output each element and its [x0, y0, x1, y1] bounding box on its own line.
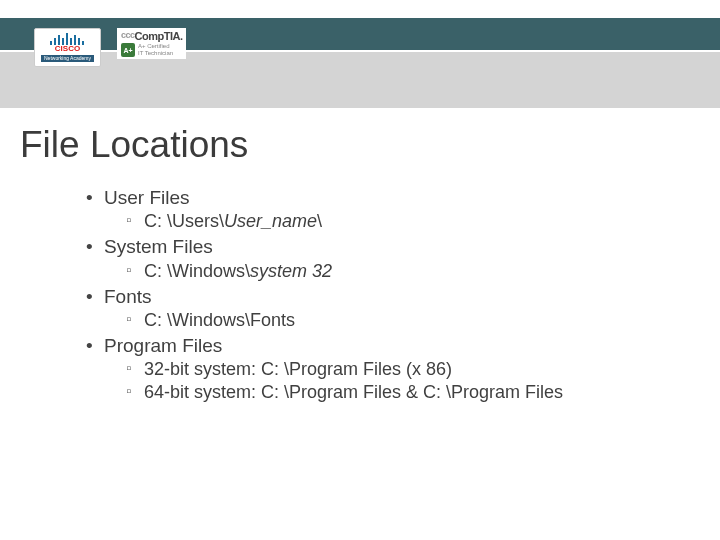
cisco-brand-text: CISCO	[55, 45, 80, 53]
sub-list: C: \Windows\Fonts	[104, 309, 690, 332]
list-item-label: User Files	[104, 187, 190, 208]
logo-row: CISCO Networking Academy cccCompTIA. A+ …	[34, 28, 186, 67]
aplus-cert-line1: A+ Certified	[138, 43, 173, 50]
list-item-label: Program Files	[104, 335, 222, 356]
cisco-sub-text: Networking Academy	[41, 55, 94, 62]
content-area: User Files C: \Users\User_name\ System F…	[44, 186, 690, 406]
list-item: Program Files 32-bit system: C: \Program…	[84, 334, 690, 404]
cisco-logo: CISCO Networking Academy	[34, 28, 101, 67]
comptia-prefix: ccc	[121, 30, 135, 40]
header-bar: CISCO Networking Academy cccCompTIA. A+ …	[0, 0, 720, 112]
path-plain: C: \Users\	[144, 211, 224, 231]
comptia-cert-row: A+ A+ Certified IT Technician	[121, 43, 173, 57]
path-plain: 32-bit system: C: \Program Files (x 86)	[144, 359, 452, 379]
bullet-list: User Files C: \Users\User_name\ System F…	[44, 186, 690, 404]
comptia-brand-text: cccCompTIA.	[121, 30, 182, 42]
comptia-logo: cccCompTIA. A+ A+ Certified IT Technicia…	[117, 28, 186, 59]
aplus-cert-line2: IT Technician	[138, 50, 173, 57]
page-title: File Locations	[20, 124, 248, 166]
path-plain: C: \Windows\	[144, 261, 250, 281]
path-italic: system 32	[250, 261, 332, 281]
aplus-badge-icon: A+	[121, 43, 135, 57]
list-item-label: Fonts	[104, 286, 152, 307]
list-item: Fonts C: \Windows\Fonts	[84, 285, 690, 332]
path-italic: User_name	[224, 211, 317, 231]
sub-list-item: C: \Windows\Fonts	[104, 309, 690, 332]
aplus-cert-text: A+ Certified IT Technician	[138, 43, 173, 56]
sub-list-item: C: \Users\User_name\	[104, 210, 690, 233]
slide: CISCO Networking Academy cccCompTIA. A+ …	[0, 0, 720, 540]
sub-list-item: C: \Windows\system 32	[104, 260, 690, 283]
sub-list-item: 32-bit system: C: \Program Files (x 86)	[104, 358, 690, 381]
path-suffix: \	[317, 211, 322, 231]
sub-list: C: \Windows\system 32	[104, 260, 690, 283]
list-item-label: System Files	[104, 236, 213, 257]
path-plain: 64-bit system: C: \Program Files & C: \P…	[144, 382, 563, 402]
sub-list: 32-bit system: C: \Program Files (x 86) …	[104, 358, 690, 404]
sub-list-item: 64-bit system: C: \Program Files & C: \P…	[104, 381, 690, 404]
list-item: User Files C: \Users\User_name\	[84, 186, 690, 233]
path-plain: C: \Windows\Fonts	[144, 310, 295, 330]
sub-list: C: \Users\User_name\	[104, 210, 690, 233]
comptia-brand: CompTIA.	[135, 30, 183, 42]
list-item: System Files C: \Windows\system 32	[84, 235, 690, 282]
